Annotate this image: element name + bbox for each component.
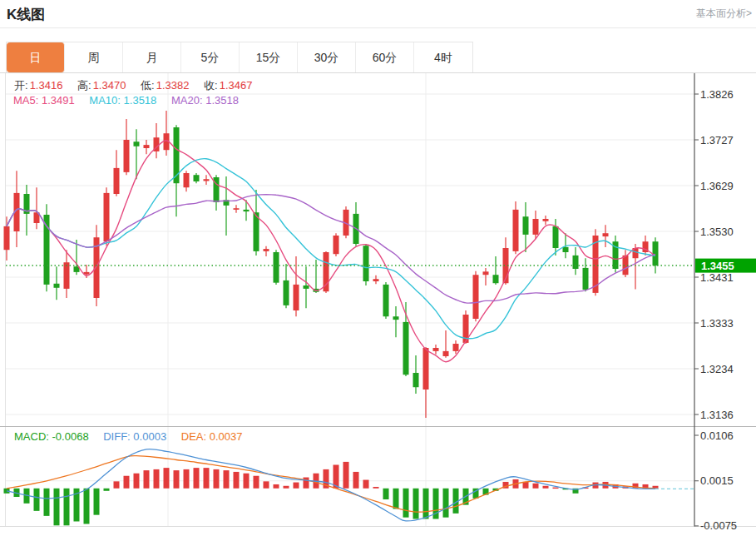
tab-4hour[interactable]: 4时 [414, 42, 472, 72]
axis-layer: 1.38261.37271.36291.35301.34311.33331.32… [694, 73, 737, 532]
svg-text:-0.0075: -0.0075 [700, 519, 737, 532]
svg-text:1.3826: 1.3826 [700, 88, 734, 101]
period-tabs: 日 周 月 5分 15分 30分 60分 4时 [6, 42, 473, 72]
svg-text:1.3530: 1.3530 [700, 226, 734, 238]
grid-layer [0, 73, 756, 527]
svg-text:0.0106: 0.0106 [700, 429, 734, 442]
kline-page: K线图 基本面分析> 日 周 月 5分 15分 30分 60分 4时 1.382… [0, 0, 756, 536]
tab-15min[interactable]: 15分 [240, 42, 298, 72]
svg-text:1.3629: 1.3629 [700, 180, 734, 192]
svg-text:1.3455: 1.3455 [701, 260, 734, 272]
tab-week[interactable]: 周 [65, 42, 123, 72]
tab-day[interactable]: 日 [7, 42, 65, 72]
svg-text:1.3234: 1.3234 [700, 363, 734, 375]
svg-text:0.0015: 0.0015 [700, 474, 734, 487]
tab-5min[interactable]: 5分 [181, 42, 240, 72]
kline-chart-canvas[interactable]: 1.38261.37271.36291.35301.34311.33331.32… [0, 73, 756, 536]
fundamental-analysis-link[interactable]: 基本面分析> [696, 7, 752, 21]
svg-text:1.3727: 1.3727 [700, 134, 734, 146]
svg-text:1.3333: 1.3333 [700, 317, 734, 330]
page-title: K线图 [7, 5, 45, 24]
tab-month[interactable]: 月 [123, 42, 181, 72]
ma-lines [7, 141, 655, 362]
page-header: K线图 基本面分析> [0, 0, 756, 28]
period-tabbar: 日 周 月 5分 15分 30分 60分 4时 [0, 42, 756, 73]
macd-lines [7, 449, 694, 520]
svg-text:1.3136: 1.3136 [700, 409, 734, 421]
macd-histogram [4, 462, 659, 525]
tab-30min[interactable]: 30分 [298, 42, 356, 72]
tab-60min[interactable]: 60分 [356, 42, 414, 72]
current-price-badge: 1.3455 [695, 259, 756, 273]
svg-text:1.3431: 1.3431 [700, 271, 734, 284]
